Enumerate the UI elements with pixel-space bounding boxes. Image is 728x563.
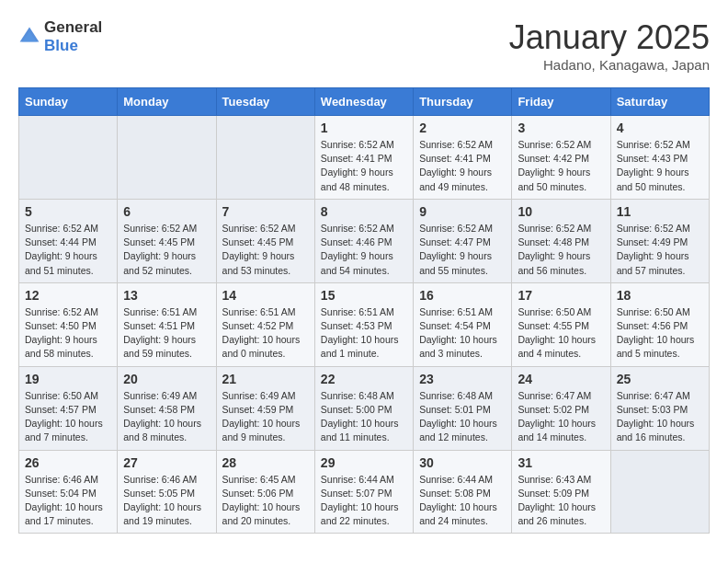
day-number: 22 [321,372,407,386]
day-number: 23 [419,372,506,386]
calendar-cell: 28Sunrise: 6:45 AM Sunset: 5:06 PM Dayli… [216,450,314,534]
day-info: Sunrise: 6:51 AM Sunset: 4:54 PM Dayligh… [419,305,506,362]
day-number: 14 [222,288,309,303]
calendar-cell: 22Sunrise: 6:48 AM Sunset: 5:00 PM Dayli… [314,366,413,450]
calendar-cell: 24Sunrise: 6:47 AM Sunset: 5:02 PM Dayli… [512,366,610,450]
day-info: Sunrise: 6:50 AM Sunset: 4:55 PM Dayligh… [518,305,604,362]
day-info: Sunrise: 6:52 AM Sunset: 4:48 PM Dayligh… [518,222,604,278]
day-info: Sunrise: 6:52 AM Sunset: 4:41 PM Dayligh… [321,138,407,194]
day-info: Sunrise: 6:51 AM Sunset: 4:52 PM Dayligh… [222,305,309,362]
day-of-week-header: Saturday [610,88,709,116]
calendar-cell [216,116,314,200]
day-info: Sunrise: 6:44 AM Sunset: 5:07 PM Dayligh… [321,473,407,529]
day-number: 20 [123,372,210,386]
day-info: Sunrise: 6:47 AM Sunset: 5:03 PM Dayligh… [617,389,703,445]
day-number: 26 [25,455,111,470]
calendar-cell: 3Sunrise: 6:52 AM Sunset: 4:42 PM Daylig… [512,116,610,200]
day-number: 19 [25,372,111,386]
day-number: 10 [518,204,604,219]
day-info: Sunrise: 6:52 AM Sunset: 4:42 PM Dayligh… [518,138,604,194]
calendar-table: SundayMondayTuesdayWednesdayThursdayFrid… [18,87,710,534]
calendar-cell: 26Sunrise: 6:46 AM Sunset: 5:04 PM Dayli… [19,450,118,534]
day-number: 16 [419,288,506,303]
day-number: 3 [518,121,604,135]
day-info: Sunrise: 6:52 AM Sunset: 4:47 PM Dayligh… [419,222,506,278]
calendar-cell: 20Sunrise: 6:49 AM Sunset: 4:58 PM Dayli… [118,366,216,450]
day-info: Sunrise: 6:48 AM Sunset: 5:01 PM Dayligh… [419,389,506,445]
calendar-week-row: 19Sunrise: 6:50 AM Sunset: 4:57 PM Dayli… [19,366,710,450]
day-number: 1 [321,121,407,135]
day-number: 11 [617,204,703,219]
day-info: Sunrise: 6:50 AM Sunset: 4:57 PM Dayligh… [25,389,111,445]
calendar-cell: 30Sunrise: 6:44 AM Sunset: 5:08 PM Dayli… [414,450,512,534]
day-info: Sunrise: 6:43 AM Sunset: 5:09 PM Dayligh… [518,473,604,529]
logo: General Blue [18,18,102,55]
calendar-cell: 4Sunrise: 6:52 AM Sunset: 4:43 PM Daylig… [610,116,709,200]
header-row: SundayMondayTuesdayWednesdayThursdayFrid… [19,88,710,116]
calendar-cell: 14Sunrise: 6:51 AM Sunset: 4:52 PM Dayli… [216,282,314,366]
calendar-subtitle: Hadano, Kanagawa, Japan [509,57,710,73]
day-number: 15 [321,288,407,303]
day-number: 29 [321,455,407,470]
calendar-cell: 25Sunrise: 6:47 AM Sunset: 5:03 PM Dayli… [610,366,709,450]
day-info: Sunrise: 6:52 AM Sunset: 4:44 PM Dayligh… [25,222,111,278]
day-of-week-header: Monday [118,88,216,116]
day-info: Sunrise: 6:47 AM Sunset: 5:02 PM Dayligh… [518,389,604,445]
calendar-cell: 23Sunrise: 6:48 AM Sunset: 5:01 PM Dayli… [414,366,512,450]
calendar-cell: 18Sunrise: 6:50 AM Sunset: 4:56 PM Dayli… [610,282,709,366]
day-info: Sunrise: 6:49 AM Sunset: 4:58 PM Dayligh… [123,389,210,445]
day-number: 7 [222,204,309,219]
day-info: Sunrise: 6:45 AM Sunset: 5:06 PM Dayligh… [222,473,309,529]
day-info: Sunrise: 6:52 AM Sunset: 4:49 PM Dayligh… [617,222,703,278]
day-of-week-header: Wednesday [314,88,413,116]
logo-general: General [44,18,102,36]
calendar-cell: 8Sunrise: 6:52 AM Sunset: 4:46 PM Daylig… [314,199,413,282]
calendar-cell: 31Sunrise: 6:43 AM Sunset: 5:09 PM Dayli… [512,450,610,534]
day-number: 4 [617,121,703,135]
calendar-cell: 17Sunrise: 6:50 AM Sunset: 4:55 PM Dayli… [512,282,610,366]
day-number: 6 [123,204,210,219]
day-number: 27 [123,455,210,470]
day-info: Sunrise: 6:52 AM Sunset: 4:43 PM Dayligh… [617,138,703,194]
day-info: Sunrise: 6:52 AM Sunset: 4:45 PM Dayligh… [222,222,309,278]
calendar-cell: 16Sunrise: 6:51 AM Sunset: 4:54 PM Dayli… [414,282,512,366]
calendar-cell: 2Sunrise: 6:52 AM Sunset: 4:41 PM Daylig… [414,116,512,200]
calendar-cell [118,116,216,200]
calendar-cell: 9Sunrise: 6:52 AM Sunset: 4:47 PM Daylig… [414,199,512,282]
logo-icon [18,26,40,48]
logo-blue: Blue [44,37,78,54]
day-number: 2 [419,121,506,135]
calendar-cell: 11Sunrise: 6:52 AM Sunset: 4:49 PM Dayli… [610,199,709,282]
day-info: Sunrise: 6:46 AM Sunset: 5:05 PM Dayligh… [123,473,210,529]
calendar-cell: 10Sunrise: 6:52 AM Sunset: 4:48 PM Dayli… [512,199,610,282]
day-number: 24 [518,372,604,386]
day-info: Sunrise: 6:51 AM Sunset: 4:53 PM Dayligh… [321,305,407,362]
day-number: 17 [518,288,604,303]
calendar-cell: 21Sunrise: 6:49 AM Sunset: 4:59 PM Dayli… [216,366,314,450]
day-info: Sunrise: 6:52 AM Sunset: 4:41 PM Dayligh… [419,138,506,194]
calendar-cell: 13Sunrise: 6:51 AM Sunset: 4:51 PM Dayli… [118,282,216,366]
day-of-week-header: Tuesday [216,88,314,116]
day-number: 8 [321,204,407,219]
calendar-cell: 15Sunrise: 6:51 AM Sunset: 4:53 PM Dayli… [314,282,413,366]
calendar-cell: 6Sunrise: 6:52 AM Sunset: 4:45 PM Daylig… [118,199,216,282]
day-info: Sunrise: 6:52 AM Sunset: 4:46 PM Dayligh… [321,222,407,278]
calendar-cell: 29Sunrise: 6:44 AM Sunset: 5:07 PM Dayli… [314,450,413,534]
day-of-week-header: Sunday [19,88,118,116]
calendar-cell: 27Sunrise: 6:46 AM Sunset: 5:05 PM Dayli… [118,450,216,534]
calendar-cell [610,450,709,534]
calendar-cell: 12Sunrise: 6:52 AM Sunset: 4:50 PM Dayli… [19,282,118,366]
day-number: 25 [617,372,703,386]
header: General Blue January 2025 Hadano, Kanaga… [18,18,710,73]
day-info: Sunrise: 6:49 AM Sunset: 4:59 PM Dayligh… [222,389,309,445]
day-number: 28 [222,455,309,470]
calendar-cell: 1Sunrise: 6:52 AM Sunset: 4:41 PM Daylig… [314,116,413,200]
title-area: January 2025 Hadano, Kanagawa, Japan [509,18,710,73]
day-number: 9 [419,204,506,219]
day-info: Sunrise: 6:52 AM Sunset: 4:50 PM Dayligh… [25,305,111,362]
calendar-week-row: 1Sunrise: 6:52 AM Sunset: 4:41 PM Daylig… [19,116,710,200]
day-info: Sunrise: 6:50 AM Sunset: 4:56 PM Dayligh… [617,305,703,362]
calendar-cell: 5Sunrise: 6:52 AM Sunset: 4:44 PM Daylig… [19,199,118,282]
day-number: 21 [222,372,309,386]
calendar-week-row: 26Sunrise: 6:46 AM Sunset: 5:04 PM Dayli… [19,450,710,534]
